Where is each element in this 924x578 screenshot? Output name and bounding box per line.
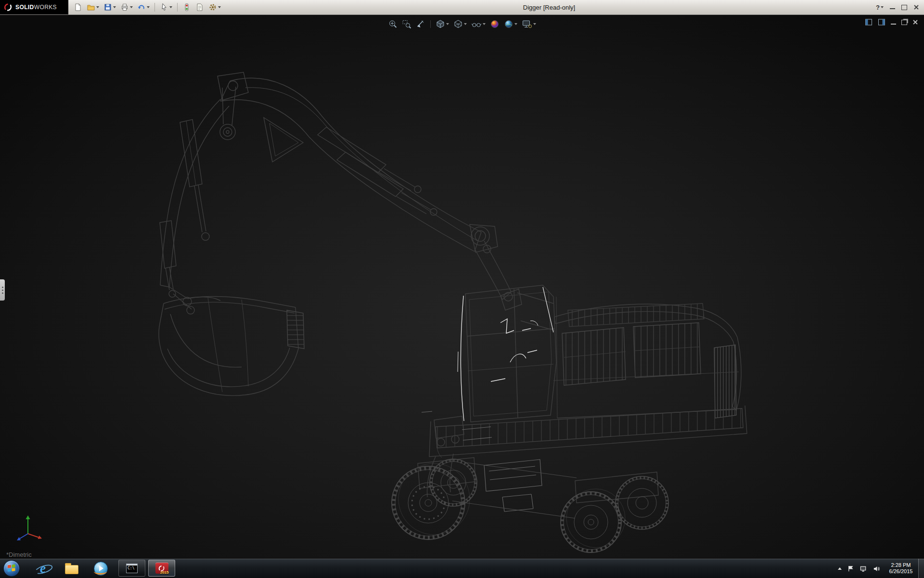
taskbar-item-file-explorer[interactable] [61, 559, 83, 578]
select-dropdown-caret[interactable] [169, 6, 172, 8]
undo-button[interactable] [136, 2, 151, 13]
file-properties-icon [195, 3, 204, 12]
apply-scene-caret[interactable] [514, 23, 517, 25]
titlebar: SOLIDWORKS [0, 0, 924, 15]
hide-show-caret[interactable] [483, 23, 486, 25]
save-floppy-icon [103, 3, 112, 12]
open-button[interactable] [85, 2, 101, 13]
taskbar-clock[interactable]: 2:28 PM 6/26/2015 [886, 562, 916, 575]
undo-icon [137, 3, 146, 12]
view-orientation-cube-icon [436, 19, 445, 29]
display-style-button[interactable] [452, 18, 468, 30]
minimize-button[interactable] [890, 8, 895, 9]
print-dropdown-caret[interactable] [130, 6, 133, 8]
options-gear-icon [208, 3, 217, 12]
print-icon [120, 3, 129, 12]
apply-scene-button[interactable] [503, 18, 518, 30]
taskbar-item-solidworks[interactable]: 2015 [148, 560, 175, 577]
close-button[interactable] [913, 4, 919, 10]
help-label: ? [876, 4, 880, 11]
view-orientation-label: *Dimetric [6, 551, 32, 558]
close-document-button[interactable] [912, 19, 918, 25]
solidworks-logo-icon [3, 3, 13, 12]
solidworks-brand: SOLIDWORKS [0, 0, 68, 14]
new-document-icon [74, 3, 82, 12]
select-cursor-icon [160, 3, 168, 12]
minimize-document-button[interactable] [891, 24, 896, 25]
clock-time: 2:28 PM [886, 562, 916, 568]
command-prompt-icon: C:\ [126, 564, 138, 573]
wheels [392, 459, 668, 552]
display-pane-icon[interactable] [878, 18, 886, 26]
network-icon[interactable] [860, 565, 867, 572]
zoom-to-fit-button[interactable] [387, 18, 398, 30]
zoom-to-fit-icon [388, 19, 398, 29]
brand-solid: SOLID [15, 4, 34, 11]
view-orientation-caret[interactable] [446, 23, 449, 25]
action-center-flag-icon[interactable] [847, 565, 854, 572]
restore-document-button[interactable] [901, 20, 907, 25]
save-button[interactable] [102, 2, 117, 13]
edit-appearance-button[interactable] [489, 18, 500, 30]
heads-up-view-toolbar [387, 18, 537, 30]
hud-separator [430, 20, 431, 28]
section-view-button[interactable] [415, 18, 426, 30]
view-settings-button[interactable] [521, 18, 537, 30]
orientation-triad [8, 504, 48, 544]
open-folder-icon [87, 3, 95, 12]
document-window-controls [865, 18, 918, 26]
volume-icon[interactable] [873, 565, 880, 572]
brand-works: WORKS [34, 4, 57, 11]
solidworks-app-icon: 2015 [155, 563, 168, 574]
highlight-edges [458, 287, 553, 421]
print-button[interactable] [119, 2, 134, 13]
graphics-area[interactable]: *Dimetric [0, 14, 924, 559]
hidden-icons-button[interactable] [838, 567, 842, 570]
save-dropdown-caret[interactable] [113, 6, 116, 8]
taskbar-item-media-player[interactable] [90, 559, 112, 578]
excavator-wireframe-model[interactable] [0, 14, 924, 559]
boom-arm [160, 72, 522, 310]
start-button[interactable] [3, 560, 20, 577]
help-dropdown-caret[interactable] [881, 6, 884, 8]
view-settings-caret[interactable] [533, 23, 536, 25]
main-toolbar [72, 0, 222, 14]
help-button[interactable]: ? [876, 4, 884, 11]
media-player-icon [94, 562, 108, 576]
undo-dropdown-caret[interactable] [147, 6, 150, 8]
folder-icon [65, 565, 78, 574]
rebuild-stoplight-icon [182, 3, 191, 12]
select-button[interactable] [158, 2, 174, 13]
file-properties-button[interactable] [194, 2, 205, 13]
command-prompt-label: C:\ [128, 566, 134, 570]
view-settings-icon [522, 19, 532, 29]
view-orientation-button[interactable] [435, 18, 450, 30]
maximize-button[interactable] [901, 5, 907, 10]
options-dropdown-caret[interactable] [218, 6, 221, 8]
open-dropdown-caret[interactable] [96, 6, 99, 8]
taskbar-item-internet-explorer[interactable]: e [32, 559, 54, 578]
display-style-caret[interactable] [464, 23, 467, 25]
window-controls: ? [876, 0, 919, 14]
featuremanager-collapsed-tab[interactable] [0, 279, 5, 301]
apply-scene-sphere-icon [504, 19, 513, 29]
clock-date: 6/26/2015 [886, 568, 916, 575]
hide-show-glasses-icon [471, 19, 482, 29]
rebuild-button[interactable] [181, 2, 192, 13]
new-document-button[interactable] [72, 2, 84, 13]
toolbar-separator [154, 3, 155, 12]
bucket [159, 287, 304, 395]
section-view-icon [416, 19, 425, 29]
feature-pane-icon[interactable] [865, 18, 873, 26]
brand-text: SOLIDWORKS [15, 4, 57, 11]
solidworks-year-badge: 2015 [160, 570, 169, 575]
excavator-body [418, 285, 747, 503]
zoom-to-area-button[interactable] [401, 18, 412, 30]
hide-show-items-button[interactable] [470, 18, 487, 30]
toolbar-separator [177, 3, 178, 12]
solidworks-window: SOLIDWORKS [0, 0, 924, 578]
internet-explorer-icon: e [36, 561, 50, 576]
taskbar-item-command-prompt[interactable]: C:\ [118, 560, 145, 577]
options-button[interactable] [207, 2, 222, 13]
show-desktop-button[interactable] [918, 559, 924, 578]
